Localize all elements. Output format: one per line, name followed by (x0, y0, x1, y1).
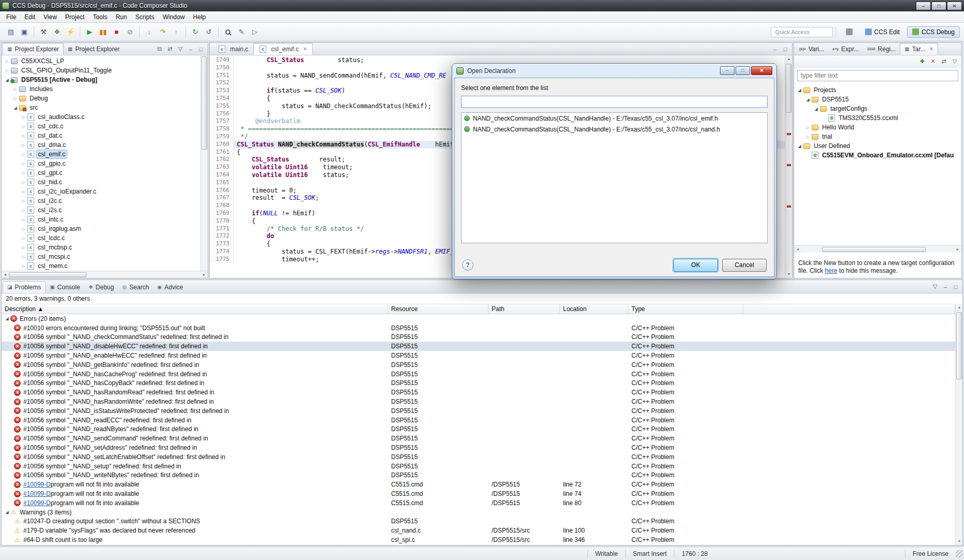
tree-item-csl-i2c-c[interactable]: ▷ccsl_i2c.c (2, 196, 200, 205)
scroll-left-icon[interactable]: ◄ (2, 271, 9, 278)
tree-item-src[interactable]: ◢src (2, 103, 200, 112)
tab-search[interactable]: ◎Search (118, 281, 153, 293)
twistie-icon[interactable]: ▷ (804, 125, 811, 130)
maximize-icon[interactable]: □ (781, 45, 790, 54)
editor-vertical-scrollbar[interactable]: ▲ ▼ (785, 55, 792, 278)
twistie-icon[interactable]: ◢ (4, 510, 10, 514)
problems-vertical-scrollbar[interactable]: ▲ ▼ (955, 304, 962, 545)
problem-row[interactable]: ✕#10056 symbol "_NAND_hasCacheProg" rede… (2, 370, 955, 379)
ccs-debug-perspective[interactable]: CCS Debug (907, 26, 960, 38)
tree-item-csl-gpt-c[interactable]: ▷ccsl_gpt.c (2, 168, 200, 178)
tree-item-c55xxcsl-lp[interactable]: ▷C55XXCSL_LP (2, 56, 200, 66)
twistie-icon[interactable]: ▷ (20, 264, 27, 269)
menu-view[interactable]: View (39, 12, 61, 22)
maximize-icon[interactable]: □ (951, 282, 960, 291)
twistie-icon[interactable]: ▷ (20, 180, 27, 185)
menu-window[interactable]: Window (159, 12, 189, 22)
column-header-description[interactable]: Description ▲ (2, 304, 388, 314)
twistie-icon[interactable]: ▷ (20, 189, 27, 194)
problem-row[interactable]: ✕#10010 errors encountered during linkin… (2, 323, 955, 333)
twistie-icon[interactable]: ◢ (813, 107, 819, 111)
twistie-icon[interactable]: ▷ (20, 134, 27, 138)
link-with-editor-icon[interactable]: ⇄ (939, 57, 948, 66)
tree-item-csl-lcdc-c[interactable]: ▷ccsl_lcdc.c (2, 233, 200, 243)
minimize-button[interactable]: – (916, 2, 931, 10)
annotation-icon[interactable]: ✎ (235, 26, 248, 38)
declaration-filter-input[interactable] (461, 96, 768, 108)
close-button[interactable]: ✕ (947, 2, 962, 10)
view-menu-icon[interactable]: ▽ (176, 45, 185, 54)
tree-item-csl-mcspi-c[interactable]: ▷ccsl_mcspi.c (2, 252, 200, 261)
tree-item-c5515evm-onboard-emulator-ccxml-defaul[interactable]: ◎C5515EVM_Onboard_Emulator.ccxml [Defaul (794, 151, 954, 160)
external-tools-icon[interactable]: ▷ (248, 26, 262, 38)
twistie-icon[interactable]: ▷ (20, 152, 27, 157)
close-tab-icon[interactable]: ✕ (929, 46, 933, 52)
maximize-button[interactable]: □ (931, 2, 946, 10)
tree-item-csl-irqplug-asm[interactable]: ▷Scsl_irqplug.asm (2, 224, 200, 233)
debug-icon[interactable]: ❖ (50, 26, 64, 38)
tree-item-includes[interactable]: ▷Includes (2, 84, 200, 94)
link-with-editor-icon[interactable]: ⇄ (165, 45, 175, 54)
tab-target-configurations[interactable]: ▦Tar...✕ (900, 43, 938, 55)
problem-row[interactable]: ✕#10056 symbol "_NAND_disableHwECC" rede… (2, 342, 955, 351)
step-into-icon[interactable]: ↓ (142, 26, 156, 38)
minimize-icon[interactable]: – (186, 45, 195, 54)
tree-item-hello-world[interactable]: ▷Hello World (794, 123, 954, 132)
tree-item-csl-mcbsp-c[interactable]: ▷ccsl_mcbsp.c (2, 243, 200, 252)
problem-group-row[interactable]: ◢✕Errors (20 items) (2, 314, 955, 323)
scrollbar-thumb[interactable] (786, 64, 792, 113)
tree-item-user-defined[interactable]: ◢User Defined (794, 141, 954, 151)
declaration-option[interactable]: NAND_checkCommandStatus(CSL_NandHandle) … (462, 113, 767, 124)
twistie-icon[interactable]: ▷ (804, 135, 811, 139)
quick-access-button[interactable]: Quick Access (771, 27, 833, 37)
scrollbar-thumb[interactable] (956, 312, 962, 379)
dialog-title-bar[interactable]: Open Declaration –□✕ (452, 64, 776, 78)
twistie-icon[interactable]: ▷ (20, 115, 27, 120)
tree-item-csl-gpio-c[interactable]: ▷ccsl_gpio.c (2, 159, 200, 168)
explorer-vertical-scrollbar[interactable] (200, 55, 208, 271)
twistie-icon[interactable]: ▷ (20, 161, 27, 166)
minimize-icon[interactable]: – (770, 45, 780, 54)
ok-button[interactable]: OK (673, 259, 718, 272)
problem-row[interactable]: ✕#10056 symbol "_NAND_readNBytes" redefi… (2, 425, 955, 434)
twistie-icon[interactable]: ▷ (20, 143, 27, 148)
tab-registers[interactable]: 1010Regi... (863, 43, 900, 55)
step-return-icon[interactable]: ↑ (169, 26, 183, 38)
problem-row[interactable]: ✕#10056 symbol "_NAND_hasRandomWrite" re… (2, 397, 955, 406)
twistie-icon[interactable]: ▷ (20, 217, 27, 222)
problem-row[interactable]: ✕#10056 symbol "_NAND_enableHwECC" redef… (2, 351, 955, 360)
disconnect-icon[interactable]: ⊘ (123, 26, 137, 38)
minimize-icon[interactable]: – (941, 282, 950, 291)
twistie-icon[interactable]: ▷ (4, 59, 10, 64)
problem-row[interactable]: ✕#10056 symbol "_NAND_sendCommand" redef… (2, 434, 955, 443)
tree-item-dsp5515-active-debug[interactable]: ◢DSP5515 [Active - Debug] (2, 75, 200, 84)
column-header-location[interactable]: Location (560, 304, 628, 314)
view-menu-icon[interactable]: ▽ (930, 282, 940, 291)
tab-problems[interactable]: ◪Problems (3, 281, 46, 293)
scrollbar-thumb[interactable] (9, 272, 87, 277)
tree-item-csl-gpio-outputpin11-toggle[interactable]: ▷CSL_GPIO_OutputPin11_Toggle (2, 66, 200, 75)
problem-row[interactable]: ✕#10056 symbol "_NAND_setLatchEnableOffs… (2, 452, 955, 462)
dialog-maximize-button[interactable]: □ (736, 66, 750, 75)
problem-row[interactable]: ✕#10099-D program will not fit into avai… (2, 498, 955, 508)
problem-row[interactable]: ✕#10056 symbol "_NAND_hasRandomRead" red… (2, 388, 955, 397)
tab-expressions[interactable]: x+yExpr... (828, 43, 863, 55)
error-marker[interactable] (787, 205, 791, 208)
restart-icon[interactable]: ↻ (189, 26, 202, 38)
menu-edit[interactable]: Edit (20, 12, 39, 22)
twistie-icon[interactable]: ◢ (796, 88, 803, 93)
tree-item-csl-mem-c[interactable]: ▷ccsl_mem.c (2, 261, 200, 271)
problem-row[interactable]: ✕#10056 symbol "_NAND_hasCopyBack" redef… (2, 379, 955, 388)
tree-item-dsp5515[interactable]: ◢DSP5515 (794, 95, 954, 104)
tree-item-csl-audioclass-c[interactable]: ▷ccsl_audioClass.c (2, 112, 200, 122)
problem-row[interactable]: ✕#10056 symbol "_NAND_setAddress" redefi… (2, 443, 955, 452)
twistie-icon[interactable]: ▷ (20, 199, 27, 203)
scrollbar-thumb[interactable] (202, 56, 207, 150)
tree-item-debug[interactable]: ▷Debug (2, 94, 200, 103)
twistie-icon[interactable]: ▷ (12, 96, 19, 101)
tab-debug[interactable]: ❖Debug (84, 281, 118, 293)
problem-row[interactable]: ✕#10099-D program will not fit into avai… (2, 480, 955, 489)
scroll-up-icon[interactable]: ▲ (956, 304, 963, 311)
scroll-down-icon[interactable]: ▼ (956, 538, 963, 545)
error-marker[interactable] (787, 133, 791, 135)
